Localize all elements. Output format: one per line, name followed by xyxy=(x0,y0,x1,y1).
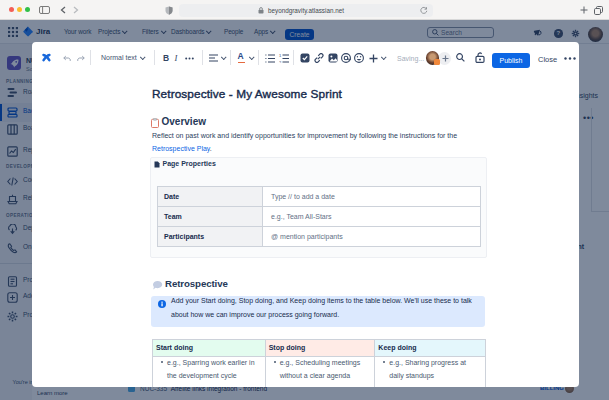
svg-text:2: 2 xyxy=(279,60,282,64)
svg-text:1: 1 xyxy=(279,54,282,58)
